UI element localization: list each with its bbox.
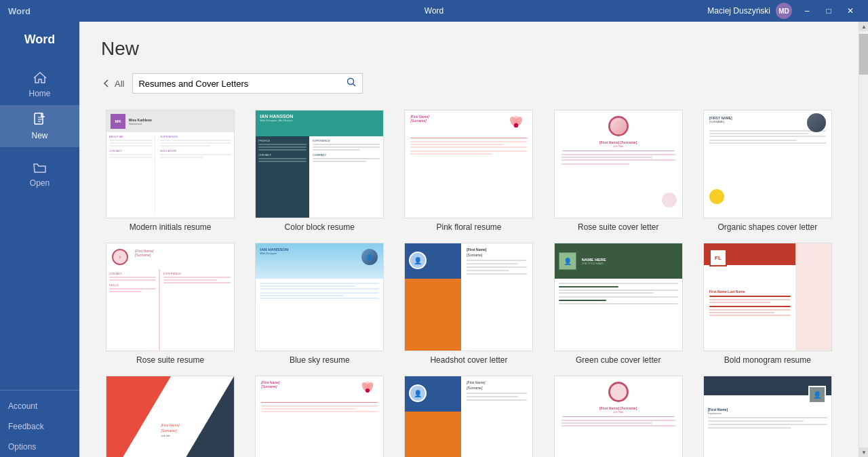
svg-point-10 [366,389,370,393]
scrollbar-up-button[interactable]: ▲ [859,22,868,31]
sidebar-item-new[interactable]: New [0,105,79,147]
template-thumbnail: [First Name] [Surname] [404,110,533,218]
template-thumbnail: IAN HANSSON Web Designer 👤 [255,243,384,351]
template-label: Color block resume [285,222,355,232]
svg-point-1 [348,79,354,85]
search-icon [346,77,357,87]
sidebar: Word Home New Open Account Feedback [0,22,79,457]
template-thumbnail: MK Miss Kathleen Nutritionist ABOUT ME [106,110,235,218]
template-thumbnail: 👤 NAME HERE JOB TITLE NAME [554,243,683,351]
template-card[interactable]: [First Name] [Surname] Job Title Rose su… [549,110,688,232]
template-card[interactable]: [First Name] [Surname] [399,110,538,232]
sidebar-home-label: Home [28,89,50,98]
scrollbar: ▲ ▼ [859,22,868,457]
app-body: Word Home New Open Account Feedback [0,22,868,457]
template-thumbnail: [First Name] [Surname] Job Title [554,110,683,218]
template-thumbnail: [First Name] [Surname] [255,376,384,457]
window-title: Word [425,6,443,16]
template-thumbnail: 👤 [First Name] Experience [703,376,832,457]
svg-point-6 [514,123,518,127]
template-card[interactable]: IAN HANSSON Web Designer | Art Director … [250,110,389,232]
content-area: New All [79,22,859,457]
template-card[interactable]: 👤 [First Name] [Surname] Headshot cover … [399,243,538,365]
sidebar-item-home[interactable]: Home [0,63,79,105]
app-title: Word [8,6,31,16]
template-card[interactable]: FL First Name Last Name [698,243,837,365]
sidebar-new-label: New [31,131,47,140]
template-card[interactable]: [First Name] [Surname] [250,376,389,457]
back-link-label: All [115,79,124,89]
user-avatar: MD [776,3,792,19]
template-label: Headshot cover letter [430,355,507,365]
sidebar-item-options[interactable]: Options [0,437,79,457]
scrollbar-down-button[interactable]: ▼ [859,448,868,457]
svg-line-2 [353,84,356,87]
maximize-button[interactable]: □ [819,4,838,18]
template-thumbnail: ♀ [First Name] [Surname] CONTACT SKILLS [106,243,235,351]
search-input[interactable] [138,79,346,89]
sidebar-item-open[interactable]: Open [0,153,79,195]
template-label: Bold monogram resume [724,355,811,365]
template-thumbnail: [First Name] [Surname] Job title [106,376,235,457]
template-card[interactable]: [First Name] [Surname] Job Title Rose su… [549,376,688,457]
back-arrow-icon [101,78,112,89]
back-all-link[interactable]: All [101,78,124,89]
scrollbar-thumb[interactable] [859,34,868,75]
template-thumbnail: 👤 [First Name] [Surname] [404,243,533,351]
user-name: Maciej Duszyński [707,6,770,16]
template-card[interactable]: ♀ [First Name] [Surname] CONTACT SKILLS [101,243,239,365]
search-row: All [101,73,837,94]
template-thumbnail: [FIRST NAME] [SURNAME] [703,110,832,218]
template-thumbnail: 👤 [First Name] [Surname] [404,376,533,457]
template-label: Green cube cover letter [576,355,660,365]
search-box [132,73,363,94]
template-card[interactable]: MK Miss Kathleen Nutritionist ABOUT ME [101,110,239,232]
sidebar-item-feedback[interactable]: Feedback [0,416,79,437]
template-card[interactable]: 👤 [First Name] [Surname] Headshot cover … [399,376,538,457]
minimize-button[interactable]: – [797,4,816,18]
template-card[interactable]: 👤 [First Name] Experience Photo experien… [698,376,837,457]
template-card[interactable]: 👤 NAME HERE JOB TITLE NAME [549,243,688,365]
title-bar: Word Word Maciej Duszyński MD – □ ✕ [0,0,868,22]
template-thumbnail: IAN HANSSON Web Designer | Art Director … [255,110,384,218]
template-thumbnail: [First Name] [Surname] Job Title [554,376,683,457]
template-label: Pink floral resume [436,222,501,232]
sidebar-bottom: Account Feedback Options [0,390,79,457]
window-controls: – □ ✕ [797,4,860,18]
sidebar-open-label: Open [30,178,50,188]
template-card[interactable]: [First Name] [Surname] Job title Geometr… [101,376,239,457]
open-icon [32,159,48,176]
template-label: Rose suite cover letter [578,222,658,232]
template-thumbnail: FL First Name Last Name [703,243,832,351]
template-label: Blue sky resume [290,355,350,365]
sidebar-item-account[interactable]: Account [0,396,79,416]
sidebar-logo: Word [0,27,79,52]
home-icon [32,70,48,86]
template-label: Organic shapes cover letter [718,222,818,232]
scrollbar-track [859,31,868,448]
title-bar-right: Maciej Duszyński MD – □ ✕ [707,3,860,19]
template-card[interactable]: IAN HANSSON Web Designer 👤 [250,243,389,365]
template-label: Rose suite resume [136,355,204,365]
page-title: New [101,38,837,60]
template-card[interactable]: [FIRST NAME] [SURNAME] Organic [698,110,837,232]
search-button[interactable] [346,77,357,90]
close-button[interactable]: ✕ [841,4,860,18]
new-icon [32,112,48,128]
template-grid: MK Miss Kathleen Nutritionist ABOUT ME [101,110,837,457]
template-label: Modern initials resume [130,222,212,232]
